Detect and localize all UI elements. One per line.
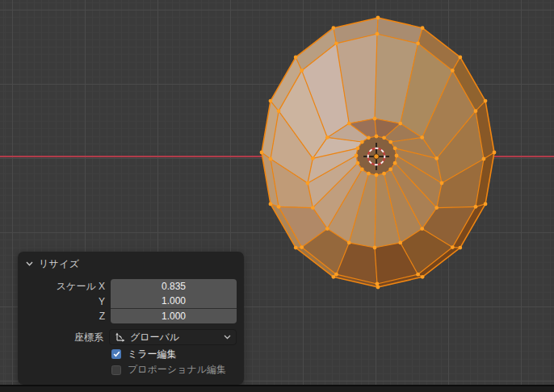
proportional-editing-checkbox[interactable]	[111, 365, 121, 375]
orientation-value: グローバル	[130, 331, 219, 344]
scale-y-field[interactable]: 1.000	[111, 294, 237, 309]
editor-divider[interactable]	[0, 385, 554, 392]
orientation-dropdown[interactable]: グローバル	[109, 329, 237, 345]
checkmark-icon	[113, 351, 120, 357]
mirror-editing-checkbox[interactable]	[111, 349, 121, 359]
mirror-editing-label: ミラー編集	[128, 348, 177, 361]
scale-z-label: Z	[18, 311, 111, 322]
panel-header[interactable]: リサイズ	[26, 256, 79, 271]
scale-x-label: スケール X	[18, 280, 111, 294]
orientation-icon	[115, 332, 125, 343]
proportional-editing-label: プロポーショナル編集	[128, 363, 226, 377]
operator-panel-resize: リサイズ スケール X 0.835 Y 1.000 Z 1.000 座標系 グロ…	[18, 252, 244, 385]
collapse-chevron-icon[interactable]	[26, 261, 33, 266]
mirror-editing-row[interactable]: ミラー編集	[111, 349, 177, 360]
panel-title: リサイズ	[39, 257, 79, 271]
proportional-editing-row[interactable]: プロポーショナル編集	[111, 365, 226, 375]
scale-x-field[interactable]: 0.835	[111, 279, 237, 294]
chevron-down-icon	[224, 335, 231, 340]
orientation-label: 座標系	[18, 331, 109, 344]
scale-y-label: Y	[18, 296, 111, 307]
scale-z-field[interactable]: 1.000	[111, 309, 237, 323]
